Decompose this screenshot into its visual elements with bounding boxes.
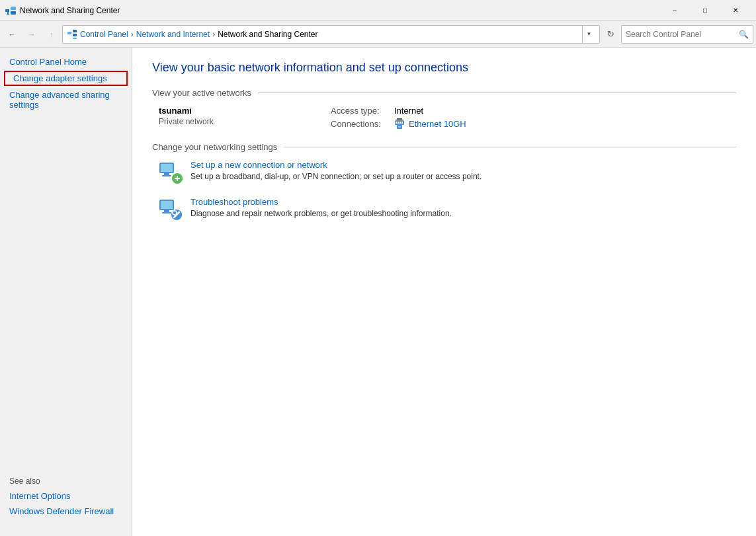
search-input[interactable] xyxy=(626,30,739,39)
svg-rect-4 xyxy=(7,14,9,15)
breadcrumb-current: Network and Sharing Center xyxy=(218,30,317,39)
svg-rect-12 xyxy=(396,122,397,124)
troubleshoot-link[interactable]: Troubleshoot problems xyxy=(190,197,452,207)
svg-rect-28 xyxy=(162,212,171,213)
breadcrumb-network-internet[interactable]: Network and Internet xyxy=(136,30,210,39)
address-bar[interactable]: Control Panel › Network and Internet › N… xyxy=(62,25,600,44)
sidebar-change-adapter[interactable]: Change adapter settings xyxy=(4,71,128,86)
svg-rect-13 xyxy=(398,122,399,124)
ethernet-link[interactable]: Ethernet 10GH xyxy=(409,119,466,129)
settings-section-divider xyxy=(284,147,736,147)
close-button[interactable]: ✕ xyxy=(720,0,751,21)
new-connection-link[interactable]: Set up a new connection or network xyxy=(190,160,482,170)
window-controls: – □ ✕ xyxy=(659,0,751,21)
window-title: Network and Sharing Center xyxy=(20,6,659,15)
change-settings-label: Change your networking settings xyxy=(152,142,277,152)
search-icon[interactable]: 🔍 xyxy=(739,30,749,39)
svg-rect-1 xyxy=(11,7,16,10)
connections-label: Connections: xyxy=(331,119,390,129)
svg-rect-0 xyxy=(5,9,9,12)
svg-rect-15 xyxy=(401,122,403,124)
troubleshoot-item: Troubleshoot problems Diagnose and repai… xyxy=(152,197,736,221)
new-connection-text: Set up a new connection or network Set u… xyxy=(190,160,482,181)
svg-rect-27 xyxy=(164,210,169,212)
back-button[interactable]: ← xyxy=(3,25,21,44)
network-row: tsunami Private network Access type: Int… xyxy=(152,106,736,129)
new-connection-icon xyxy=(159,160,183,184)
forward-button[interactable]: → xyxy=(22,25,41,44)
address-dropdown-button[interactable]: ▼ xyxy=(582,25,595,44)
svg-rect-10 xyxy=(396,120,403,121)
svg-rect-26 xyxy=(161,201,173,209)
access-type-row: Access type: Internet xyxy=(331,106,466,116)
svg-rect-8 xyxy=(73,38,77,39)
svg-rect-14 xyxy=(399,122,401,124)
title-bar: Network and Sharing Center – □ ✕ xyxy=(0,0,756,21)
svg-rect-20 xyxy=(164,173,169,175)
nav-bar: ← → ↑ Control Panel › Network and Intern… xyxy=(0,21,756,48)
sidebar-internet-options[interactable]: Internet Options xyxy=(0,488,132,504)
network-type: Private network xyxy=(159,117,331,126)
address-icon xyxy=(67,29,77,40)
up-button[interactable]: ↑ xyxy=(42,25,61,44)
new-connection-desc: Set up a broadband, dial-up, or VPN conn… xyxy=(190,172,482,181)
network-info-column: Access type: Internet Connections: xyxy=(331,106,466,129)
troubleshoot-icon xyxy=(159,197,183,221)
svg-rect-9 xyxy=(397,118,402,120)
section-divider xyxy=(258,93,736,93)
sidebar-firewall[interactable]: Windows Defender Firewall xyxy=(0,504,132,519)
svg-rect-7 xyxy=(73,34,77,36)
content-area: View your basic network information and … xyxy=(132,48,756,536)
maximize-button[interactable]: □ xyxy=(690,0,720,21)
minimize-button[interactable]: – xyxy=(659,0,690,21)
network-name-column: tsunami Private network xyxy=(159,106,331,129)
access-type-value: Internet xyxy=(394,106,423,116)
sidebar-home-link[interactable]: Control Panel Home xyxy=(0,54,132,69)
sidebar-change-sharing[interactable]: Change advanced sharing settings xyxy=(0,87,132,112)
svg-rect-17 xyxy=(398,126,401,128)
new-connection-item: Set up a new connection or network Set u… xyxy=(152,160,736,184)
app-icon xyxy=(5,5,16,16)
svg-rect-2 xyxy=(11,11,16,15)
svg-rect-21 xyxy=(162,175,171,176)
breadcrumb-control-panel[interactable]: Control Panel xyxy=(80,30,128,39)
svg-rect-6 xyxy=(73,30,77,32)
see-also-label: See also xyxy=(0,473,132,488)
svg-rect-5 xyxy=(67,32,71,34)
troubleshoot-desc: Diagnose and repair network problems, or… xyxy=(190,209,452,218)
main-layout: Control Panel Home Change adapter settin… xyxy=(0,48,756,536)
active-networks-label: View your active networks xyxy=(152,88,251,98)
access-type-label: Access type: xyxy=(331,106,390,116)
change-settings-section: Change your networking settings xyxy=(152,142,736,221)
breadcrumb: Control Panel › Network and Internet › N… xyxy=(80,30,582,39)
sidebar-bottom: See also Internet Options Windows Defend… xyxy=(0,473,132,529)
active-networks-header: View your active networks xyxy=(152,88,736,98)
svg-rect-24 xyxy=(177,176,178,181)
page-title: View your basic network information and … xyxy=(152,61,736,75)
svg-rect-19 xyxy=(161,164,173,172)
sidebar: Control Panel Home Change adapter settin… xyxy=(0,48,132,536)
troubleshoot-text: Troubleshoot problems Diagnose and repai… xyxy=(190,197,452,218)
refresh-button[interactable]: ↻ xyxy=(601,25,620,44)
ethernet-icon xyxy=(394,118,405,129)
change-settings-header: Change your networking settings xyxy=(152,142,736,152)
connections-row: Connections: xyxy=(331,118,466,129)
search-box[interactable]: 🔍 xyxy=(621,25,753,44)
network-name: tsunami xyxy=(159,106,331,116)
